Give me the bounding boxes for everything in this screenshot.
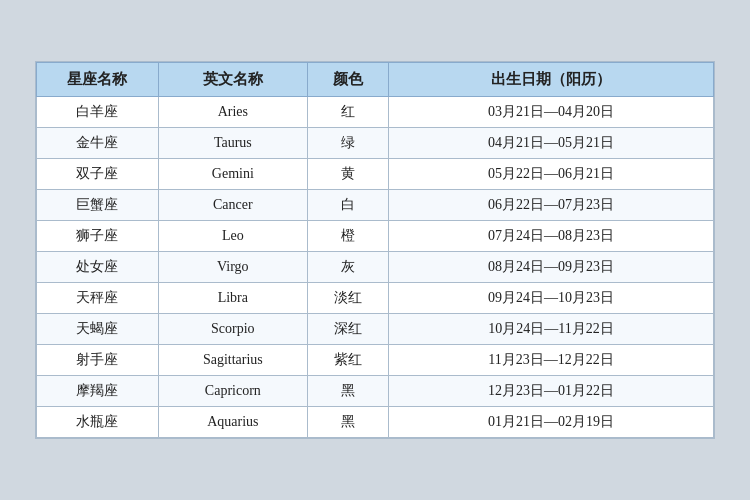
cell-color: 红 <box>307 97 388 128</box>
header-cn: 星座名称 <box>37 63 159 97</box>
cell-color: 绿 <box>307 128 388 159</box>
cell-date: 05月22日—06月21日 <box>389 159 714 190</box>
cell-color: 深红 <box>307 314 388 345</box>
cell-cn: 射手座 <box>37 345 159 376</box>
table-header-row: 星座名称 英文名称 颜色 出生日期（阳历） <box>37 63 714 97</box>
cell-date: 06月22日—07月23日 <box>389 190 714 221</box>
table-row: 处女座Virgo灰08月24日—09月23日 <box>37 252 714 283</box>
cell-color: 黑 <box>307 376 388 407</box>
cell-cn: 天秤座 <box>37 283 159 314</box>
cell-color: 紫红 <box>307 345 388 376</box>
header-date: 出生日期（阳历） <box>389 63 714 97</box>
table-row: 巨蟹座Cancer白06月22日—07月23日 <box>37 190 714 221</box>
table-row: 天秤座Libra淡红09月24日—10月23日 <box>37 283 714 314</box>
table-row: 水瓶座Aquarius黑01月21日—02月19日 <box>37 407 714 438</box>
table-row: 摩羯座Capricorn黑12月23日—01月22日 <box>37 376 714 407</box>
cell-cn: 摩羯座 <box>37 376 159 407</box>
zodiac-table: 星座名称 英文名称 颜色 出生日期（阳历） 白羊座Aries红03月21日—04… <box>36 62 714 438</box>
header-color: 颜色 <box>307 63 388 97</box>
cell-color: 橙 <box>307 221 388 252</box>
cell-date: 09月24日—10月23日 <box>389 283 714 314</box>
cell-cn: 处女座 <box>37 252 159 283</box>
cell-color: 黄 <box>307 159 388 190</box>
cell-date: 12月23日—01月22日 <box>389 376 714 407</box>
cell-en: Cancer <box>158 190 307 221</box>
table-row: 金牛座Taurus绿04月21日—05月21日 <box>37 128 714 159</box>
cell-color: 灰 <box>307 252 388 283</box>
cell-en: Aries <box>158 97 307 128</box>
cell-date: 10月24日—11月22日 <box>389 314 714 345</box>
cell-cn: 水瓶座 <box>37 407 159 438</box>
cell-color: 黑 <box>307 407 388 438</box>
table-row: 白羊座Aries红03月21日—04月20日 <box>37 97 714 128</box>
cell-color: 白 <box>307 190 388 221</box>
cell-date: 08月24日—09月23日 <box>389 252 714 283</box>
table-row: 射手座Sagittarius紫红11月23日—12月22日 <box>37 345 714 376</box>
table-row: 双子座Gemini黄05月22日—06月21日 <box>37 159 714 190</box>
cell-date: 11月23日—12月22日 <box>389 345 714 376</box>
cell-en: Leo <box>158 221 307 252</box>
cell-en: Virgo <box>158 252 307 283</box>
table-row: 天蝎座Scorpio深红10月24日—11月22日 <box>37 314 714 345</box>
cell-en: Capricorn <box>158 376 307 407</box>
cell-color: 淡红 <box>307 283 388 314</box>
cell-en: Taurus <box>158 128 307 159</box>
cell-date: 04月21日—05月21日 <box>389 128 714 159</box>
cell-cn: 金牛座 <box>37 128 159 159</box>
cell-date: 07月24日—08月23日 <box>389 221 714 252</box>
cell-en: Scorpio <box>158 314 307 345</box>
cell-en: Aquarius <box>158 407 307 438</box>
cell-date: 03月21日—04月20日 <box>389 97 714 128</box>
cell-cn: 巨蟹座 <box>37 190 159 221</box>
zodiac-table-container: 星座名称 英文名称 颜色 出生日期（阳历） 白羊座Aries红03月21日—04… <box>35 61 715 439</box>
cell-cn: 双子座 <box>37 159 159 190</box>
cell-en: Sagittarius <box>158 345 307 376</box>
cell-cn: 狮子座 <box>37 221 159 252</box>
cell-date: 01月21日—02月19日 <box>389 407 714 438</box>
cell-cn: 白羊座 <box>37 97 159 128</box>
header-en: 英文名称 <box>158 63 307 97</box>
cell-cn: 天蝎座 <box>37 314 159 345</box>
cell-en: Libra <box>158 283 307 314</box>
table-row: 狮子座Leo橙07月24日—08月23日 <box>37 221 714 252</box>
cell-en: Gemini <box>158 159 307 190</box>
